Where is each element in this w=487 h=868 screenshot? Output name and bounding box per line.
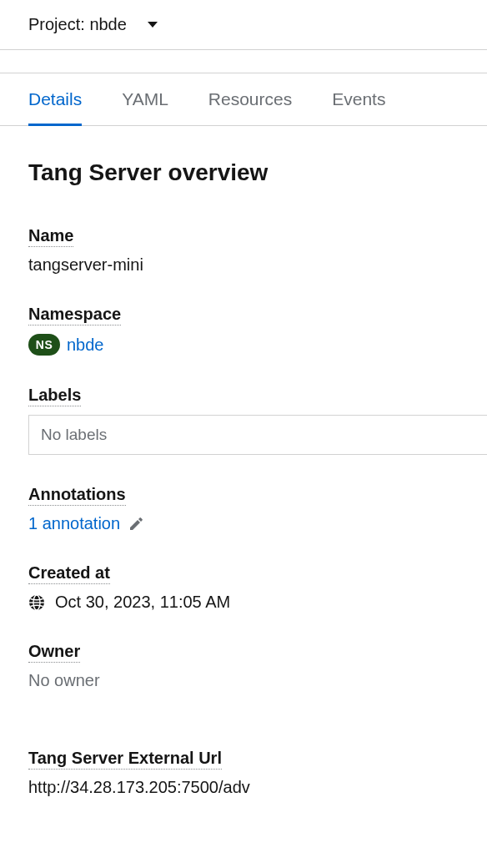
project-selector-label: Project: nbde [28, 15, 127, 34]
label-external-url[interactable]: Tang Server External Url [28, 749, 222, 770]
pencil-icon[interactable] [128, 517, 143, 532]
namespace-badge: NS [28, 334, 60, 356]
project-bar: Project: nbde [0, 0, 487, 50]
field-labels: Labels No labels [28, 386, 459, 455]
field-name: Name tangserver-mini [28, 226, 459, 275]
label-annotations[interactable]: Annotations [28, 485, 126, 506]
tab-yaml[interactable]: YAML [122, 73, 168, 125]
tab-bar: Details YAML Resources Events [0, 73, 487, 126]
value-created-at: Oct 30, 2023, 11:05 AM [55, 593, 230, 612]
tab-details[interactable]: Details [28, 73, 82, 125]
caret-down-icon [147, 21, 158, 29]
label-namespace[interactable]: Namespace [28, 305, 121, 326]
field-namespace: Namespace NS nbde [28, 305, 459, 356]
value-name: tangserver-mini [28, 255, 459, 275]
field-annotations: Annotations 1 annotation [28, 485, 459, 533]
labels-box[interactable]: No labels [28, 415, 487, 455]
label-created-at[interactable]: Created at [28, 563, 110, 584]
annotations-link[interactable]: 1 annotation [28, 514, 120, 533]
field-external-url: Tang Server External Url http://34.28.17… [28, 749, 459, 797]
page-title: Tang Server overview [28, 159, 459, 186]
label-owner[interactable]: Owner [28, 642, 80, 663]
label-name[interactable]: Name [28, 226, 73, 247]
value-owner: No owner [28, 671, 459, 690]
field-created-at: Created at Oct 30, 2023, 11:05 AM [28, 563, 459, 612]
label-labels[interactable]: Labels [28, 386, 81, 406]
tab-resources[interactable]: Resources [208, 73, 292, 125]
value-external-url: http://34.28.173.205:7500/adv [28, 778, 459, 797]
spacer [0, 50, 487, 73]
project-selector[interactable]: Project: nbde [28, 15, 158, 34]
tab-events[interactable]: Events [332, 73, 385, 125]
field-owner: Owner No owner [28, 642, 459, 690]
globe-icon [28, 594, 45, 611]
namespace-link[interactable]: nbde [67, 336, 104, 355]
details-panel: Tang Server overview Name tangserver-min… [0, 126, 487, 797]
